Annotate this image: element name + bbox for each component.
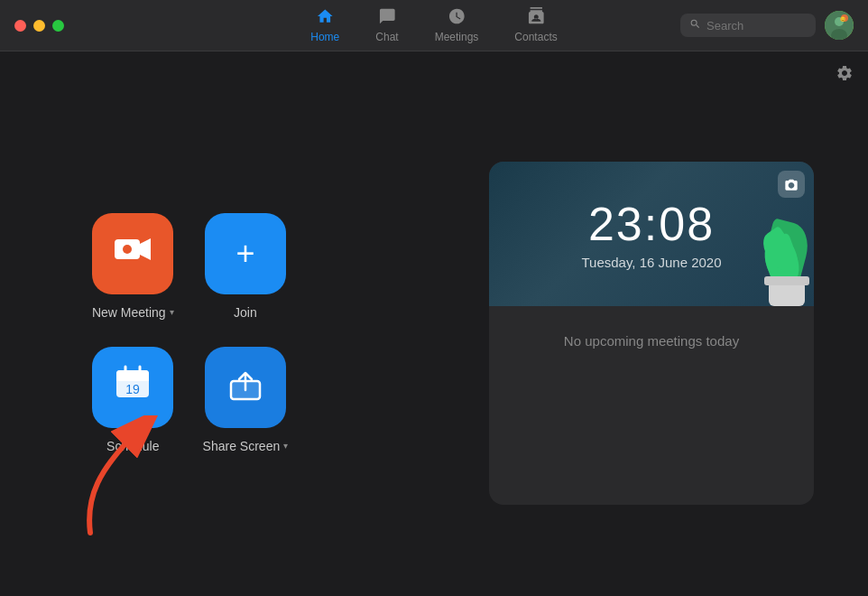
meetings-icon — [448, 7, 466, 28]
search-icon — [689, 18, 701, 33]
join-item[interactable]: + Join — [203, 213, 289, 320]
new-meeting-item[interactable]: New Meeting ▾ — [90, 213, 176, 320]
svg-marker-6 — [140, 238, 151, 260]
avatar[interactable]: 😊 — [825, 11, 854, 40]
clock-date: Tuesday, 16 June 2020 — [581, 255, 721, 270]
calendar-icon: 19 — [113, 363, 152, 411]
plus-icon: + — [235, 235, 254, 273]
tab-chat[interactable]: Chat — [357, 2, 416, 49]
share-screen-label: Share Screen ▾ — [203, 439, 289, 453]
settings-icon[interactable] — [836, 64, 854, 87]
plant-decoration — [751, 207, 814, 306]
no-meetings-text: No upcoming meetings today — [564, 333, 739, 349]
new-meeting-label: New Meeting ▾ — [92, 305, 174, 320]
close-button[interactable] — [14, 20, 26, 32]
search-input[interactable] — [706, 19, 807, 33]
minimize-button[interactable] — [33, 20, 45, 32]
tab-home[interactable]: Home — [292, 2, 357, 49]
nav-tabs: Home Chat Meetings Contacts — [292, 2, 575, 49]
titlebar: Home Chat Meetings Contacts — [0, 0, 868, 51]
chat-tab-label: Chat — [375, 31, 398, 43]
main-content: New Meeting ▾ + Join — [0, 51, 868, 596]
svg-text:😊: 😊 — [840, 16, 846, 23]
action-grid: New Meeting ▾ + Join — [0, 213, 342, 453]
clock-top: 23:08 Tuesday, 16 June 2020 — [489, 162, 814, 306]
clock-widget: 23:08 Tuesday, 16 June 2020 No upcoming … — [489, 162, 814, 505]
new-meeting-chevron: ▾ — [170, 307, 174, 317]
contacts-tab-label: Contacts — [514, 31, 557, 43]
tab-meetings[interactable]: Meetings — [417, 2, 497, 49]
home-tab-label: Home — [310, 31, 339, 43]
home-icon — [316, 7, 334, 28]
share-screen-icon — [228, 370, 263, 405]
traffic-lights — [14, 20, 64, 32]
chat-icon — [378, 7, 396, 28]
tab-contacts[interactable]: Contacts — [496, 2, 575, 49]
join-label: Join — [234, 305, 257, 320]
maximize-button[interactable] — [52, 20, 64, 32]
schedule-button[interactable]: 19 — [92, 347, 173, 428]
camera-widget-icon[interactable] — [778, 171, 805, 198]
svg-rect-15 — [116, 370, 149, 380]
nav-right: 😊 — [680, 11, 854, 40]
search-bar[interactable] — [680, 14, 816, 37]
svg-text:19: 19 — [126, 382, 141, 396]
schedule-label: Schedule — [106, 439, 159, 453]
clock-bottom: No upcoming meetings today — [489, 306, 814, 376]
camera-icon — [113, 234, 152, 273]
schedule-item[interactable]: 19 Schedule — [90, 347, 176, 453]
clock-time: 23:08 — [588, 197, 715, 251]
share-screen-item[interactable]: Share Screen ▾ — [203, 347, 289, 453]
share-screen-button[interactable] — [205, 347, 286, 428]
share-screen-chevron: ▾ — [283, 441, 288, 451]
svg-point-7 — [123, 245, 132, 254]
join-button[interactable]: + — [205, 213, 286, 294]
contacts-icon — [527, 7, 545, 28]
new-meeting-button[interactable] — [92, 213, 173, 294]
meetings-tab-label: Meetings — [435, 31, 479, 43]
